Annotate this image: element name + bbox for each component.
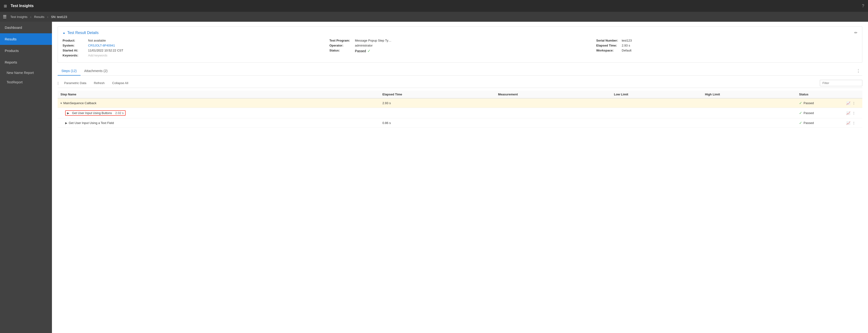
system-row: System: CRSJOLT-8P40941: [63, 44, 324, 47]
chart-icon[interactable]: 📈: [846, 121, 850, 125]
menu-icon[interactable]: ⋮: [852, 121, 856, 125]
sidebar-item-test-report[interactable]: TestReport: [0, 78, 52, 87]
operator-label: Operator:: [330, 44, 353, 47]
chart-icon[interactable]: 📈: [846, 111, 850, 115]
row-status-text: Passed: [804, 121, 814, 125]
col-low-limit: Low Limit: [611, 91, 702, 98]
row-check-icon: ✓: [799, 121, 802, 125]
serial-number-value: test123: [622, 39, 632, 42]
col-elapsed-time: Elapsed Time: [379, 91, 495, 98]
detail-column-3: Serial Number: test123 Elapsed Time: 2.9…: [596, 39, 857, 59]
tab-steps[interactable]: Steps (12): [58, 67, 81, 75]
row-check-icon: ✓: [799, 101, 802, 105]
status-check-icon: ✓: [367, 49, 370, 53]
breadcrumb-results[interactable]: Results: [34, 15, 44, 19]
toolbar-divider-icon: |: [58, 81, 59, 85]
step-name-wrapper: ▾ MainSequence Callback: [60, 101, 377, 105]
low-limit-cell: [611, 118, 702, 128]
row-status: ✓ Passed: [799, 121, 841, 125]
workspace-label: Workspace:: [596, 49, 620, 52]
detail-title: ▲ Test Result Details: [63, 31, 98, 35]
collapse-all-button[interactable]: Collapse All: [109, 80, 131, 86]
test-program-row: Test Program: Message Popup Step Ty…: [330, 39, 591, 42]
system-label: System:: [63, 44, 86, 47]
expand-button[interactable]: ▾: [60, 101, 62, 105]
menu-icon[interactable]: ⋮: [852, 101, 856, 105]
sidebar: Dashboard Results Products Reports New N…: [0, 22, 52, 333]
sidebar-item-reports[interactable]: Reports: [0, 56, 52, 68]
table-row: ▶ Get User Input Using Buttons 2.02 s: [58, 108, 862, 118]
keywords-placeholder[interactable]: Add keywords: [88, 54, 107, 57]
operator-row: Operator: administrator: [330, 44, 591, 47]
breadcrumb-sep-1: ›: [30, 15, 31, 19]
row-status-text: Passed: [804, 101, 814, 105]
collapse-icon[interactable]: ▲: [63, 31, 65, 34]
top-bar: ☰ Test Insights › Results › SN: test123: [0, 12, 868, 22]
operator-value: administrator: [355, 44, 373, 47]
high-limit-cell: [702, 98, 796, 108]
sidebar-item-results[interactable]: Results: [0, 33, 52, 45]
action-icons: 📈 ⋮: [846, 121, 860, 125]
table-row: ▶ Get User Input Using a Text Field 0.86…: [58, 118, 862, 128]
step-name-text: MainSequence Callback: [63, 101, 96, 105]
chart-icon[interactable]: 📈: [846, 101, 850, 105]
product-value: Not available: [88, 39, 106, 42]
status-cell: ✓ Passed: [796, 98, 843, 108]
edit-icon[interactable]: ✏: [854, 30, 857, 35]
tab-attachments[interactable]: Attachments (2): [81, 67, 112, 75]
sidebar-item-new-name-report[interactable]: New Name Report: [0, 68, 52, 78]
col-status: Status: [796, 91, 843, 98]
menu-icon[interactable]: ⋮: [852, 111, 856, 115]
detail-card: ▲ Test Result Details ✏ Product: Not ava…: [58, 26, 862, 63]
system-value[interactable]: CRSJOLT-8P40941: [88, 44, 115, 47]
measurement-cell: [495, 118, 611, 128]
parametric-data-button[interactable]: Parametric Data: [61, 80, 89, 86]
keywords-row: Keywords: Add keywords: [63, 54, 324, 57]
product-row: Product: Not available: [63, 39, 324, 42]
detail-column-2: Test Program: Message Popup Step Ty… Ope…: [330, 39, 591, 59]
expand-button[interactable]: ▶: [65, 121, 67, 125]
step-elapsed-inline: 2.02 s: [115, 111, 123, 115]
steps-table: Step Name Elapsed Time Measurement Low L…: [58, 91, 862, 128]
row-status-text: Passed: [804, 111, 814, 115]
breadcrumb-current: SN: test123: [51, 15, 67, 19]
test-program-value: Message Popup Step Ty…: [355, 39, 391, 42]
step-name-cell: ▶ Get User Input Using a Text Field: [58, 118, 379, 128]
low-limit-cell: [611, 108, 702, 118]
help-icon[interactable]: ?: [862, 4, 864, 8]
tabs-more-icon[interactable]: ⋮: [854, 66, 862, 75]
row-check-icon: ✓: [799, 111, 802, 115]
status-cell: ✓ Passed: [796, 108, 843, 118]
row-status: ✓ Passed: [799, 101, 841, 105]
content-area: ▲ Test Result Details ✏ Product: Not ava…: [52, 22, 868, 333]
steps-section: Steps (12) Attachments (2) ⋮ | Parametri…: [58, 66, 862, 128]
serial-number-row: Serial Number: test123: [596, 39, 857, 42]
test-program-label: Test Program:: [330, 39, 353, 42]
status-label: Status:: [330, 49, 353, 52]
app-title: Test Insights: [11, 4, 34, 8]
hamburger-menu[interactable]: ☰: [3, 14, 7, 19]
step-name-wrapper: ▶ Get User Input Using a Text Field: [65, 121, 377, 125]
tabs-row: Steps (12) Attachments (2) ⋮: [58, 66, 862, 75]
table-header: Step Name Elapsed Time Measurement Low L…: [58, 91, 862, 98]
sidebar-item-dashboard[interactable]: Dashboard: [0, 22, 52, 33]
product-label: Product:: [63, 39, 86, 42]
step-name-text: Get User Input Using Buttons: [72, 111, 112, 115]
filter-input[interactable]: [820, 80, 862, 86]
low-limit-cell: [611, 98, 702, 108]
sidebar-item-products[interactable]: Products: [0, 45, 52, 56]
expand-button[interactable]: ▶: [67, 112, 69, 115]
status-value: Passed ✓: [355, 49, 370, 53]
status-cell: ✓ Passed: [796, 118, 843, 128]
measurement-cell: [495, 98, 611, 108]
started-at-row: Started At: 11/01/2022 10:52:22 CST: [63, 49, 324, 52]
action-icons: 📈 ⋮: [846, 111, 860, 115]
breadcrumb-test-insights[interactable]: Test Insights: [10, 15, 27, 19]
serial-number-label: Serial Number:: [596, 39, 620, 42]
main-layout: Dashboard Results Products Reports New N…: [0, 22, 868, 333]
col-high-limit: High Limit: [702, 91, 796, 98]
refresh-button[interactable]: Refresh: [91, 80, 108, 86]
step-name-wrapper: ▶ Get User Input Using Buttons 2.02 s: [65, 110, 377, 116]
elapsed-time-label: Elapsed Time:: [596, 44, 620, 47]
action-cell: 📈 ⋮: [843, 108, 862, 118]
